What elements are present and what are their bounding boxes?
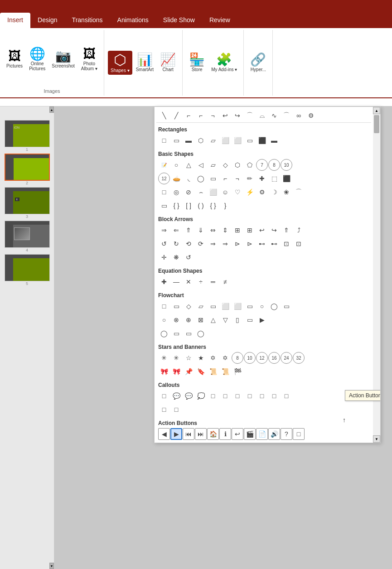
rect-4[interactable]: ⬡	[195, 135, 207, 146]
flow-20[interactable]: ▶	[256, 314, 268, 326]
action-end[interactable]: ⏭	[195, 428, 207, 440]
basic-15[interactable]: ◯	[195, 173, 207, 184]
online-pictures-button[interactable]: 🌐 OnlinePictures	[26, 46, 48, 73]
action-movie[interactable]: 🎬	[244, 428, 256, 440]
arrow-22[interactable]: ⊷	[268, 238, 280, 250]
pictures-button[interactable]: 🖼 Pictures	[4, 48, 25, 70]
line-shape-5[interactable]: ⌐	[207, 110, 219, 121]
smartart-button[interactable]: 📊 SmartArt	[133, 52, 156, 74]
arrow-3[interactable]: ⇑	[183, 224, 194, 236]
flow-3[interactable]: ◇	[183, 300, 194, 312]
basic-32[interactable]: ☽	[268, 186, 280, 198]
basic-23[interactable]: □	[158, 186, 170, 198]
flow-2[interactable]: ▭	[170, 300, 182, 312]
flow-13[interactable]: ⊗	[170, 314, 182, 326]
rect-6[interactable]: ⬜	[219, 135, 231, 146]
star-1[interactable]: ✳	[158, 352, 170, 364]
arrow-24[interactable]: ⊡	[293, 238, 305, 250]
tab-transitions[interactable]: Transitions	[65, 13, 110, 28]
rect-8[interactable]: ▭	[244, 135, 256, 146]
basic-30[interactable]: ⚡	[244, 186, 256, 198]
scroll-up-btn[interactable]: ▲	[373, 107, 380, 114]
star-18[interactable]: 📜	[219, 366, 231, 377]
action-sound[interactable]: 🔊	[268, 428, 280, 440]
arrow-4[interactable]: ⇓	[195, 224, 207, 236]
basic-10[interactable]: 8	[268, 159, 280, 171]
basic-24[interactable]: ◎	[170, 186, 182, 198]
callout-7[interactable]: □	[232, 390, 243, 402]
flow-6[interactable]: ⬜	[219, 300, 231, 312]
star-4[interactable]: ★	[195, 352, 207, 364]
line-shape-3[interactable]: ⌐	[183, 110, 194, 121]
callout-3[interactable]: 💬	[183, 390, 194, 402]
callout-12[interactable]: □	[158, 404, 170, 415]
chart-button[interactable]: 📈 Chart	[157, 52, 179, 74]
star-8[interactable]: 10	[244, 352, 256, 364]
rect-5[interactable]: ▱	[207, 135, 219, 146]
eq-1[interactable]: ✚	[158, 276, 170, 288]
basic-5[interactable]: ▱	[207, 159, 219, 171]
slide-thumb-2[interactable]: 2	[5, 154, 50, 185]
flow-8[interactable]: ▭	[244, 300, 256, 312]
basic-9[interactable]: 7	[256, 159, 268, 171]
rect-1[interactable]: □	[158, 135, 170, 146]
arrow-6[interactable]: ⇕	[219, 224, 231, 236]
slide-thumb-5[interactable]: 5	[5, 254, 50, 286]
basic-8[interactable]: ⬠	[244, 159, 256, 171]
basic-27[interactable]: ⬜	[207, 186, 219, 198]
rect-9[interactable]: ⬛	[256, 135, 268, 146]
hyperlink-button[interactable]: 🔗 Hyper...	[247, 52, 269, 74]
basic-12[interactable]: 12	[158, 173, 170, 184]
rect-7[interactable]: ⬜	[232, 135, 243, 146]
flow-21[interactable]: ◯	[158, 328, 170, 339]
action-help[interactable]: ?	[281, 428, 292, 440]
basic-31[interactable]: ⚙	[256, 186, 268, 198]
line-shape-4[interactable]: ⌐	[195, 110, 207, 121]
action-back[interactable]: ◀	[158, 428, 170, 440]
star-14[interactable]: 🎀	[170, 366, 182, 377]
basic-35[interactable]: ▭	[158, 200, 170, 212]
line-shape-12[interactable]: ∞	[293, 110, 305, 121]
flow-7[interactable]: ⬜	[232, 300, 243, 312]
tab-slideshow[interactable]: Slide Show	[156, 13, 202, 28]
flow-15[interactable]: ⊠	[195, 314, 207, 326]
star-6[interactable]: ✡	[219, 352, 231, 364]
arrow-8[interactable]: ⊞	[244, 224, 256, 236]
line-shape-8[interactable]: ⌒	[244, 110, 256, 121]
basic-28[interactable]: ☺	[219, 186, 231, 198]
basic-39[interactable]: { }	[207, 200, 219, 212]
rect-2[interactable]: ▭	[170, 135, 182, 146]
basic-37[interactable]: [ ]	[183, 200, 194, 212]
slide-panel-scroll-up[interactable]: ▲	[49, 106, 54, 113]
basic-17[interactable]: ⌐	[219, 173, 231, 184]
flow-22[interactable]: ▭	[170, 328, 182, 339]
star-2[interactable]: ✳	[170, 352, 182, 364]
callout-11[interactable]: □	[281, 390, 292, 402]
line-shape-11[interactable]: ⌒	[281, 110, 292, 121]
basic-13[interactable]: 🥧	[170, 173, 182, 184]
tab-design[interactable]: Design	[30, 13, 65, 28]
action-home[interactable]: 🏠	[207, 428, 219, 440]
arrow-17[interactable]: ⇒	[207, 238, 219, 250]
callout-1[interactable]: □	[158, 390, 170, 402]
action-doc[interactable]: 📄	[256, 428, 268, 440]
line-shape-13[interactable]: ⚙	[305, 110, 317, 121]
basic-25[interactable]: ⊘	[183, 186, 194, 198]
line-shape-7[interactable]: ↪	[232, 110, 243, 121]
basic-11[interactable]: 10	[281, 159, 292, 171]
arrow-2[interactable]: ⇐	[170, 224, 182, 236]
arrow-14[interactable]: ↻	[170, 238, 182, 250]
star-15[interactable]: 📌	[183, 366, 194, 377]
action-forward[interactable]: ▶	[170, 428, 182, 440]
arrow-12[interactable]: ⤴	[293, 224, 305, 236]
star-16[interactable]: 🔖	[195, 366, 207, 377]
arrow-7[interactable]: ⊞	[232, 224, 243, 236]
basic-7[interactable]: ⬡	[232, 159, 243, 171]
star-7[interactable]: 8	[232, 352, 243, 364]
arrow-5[interactable]: ⇔	[207, 224, 219, 236]
tab-insert[interactable]: Insert	[0, 13, 30, 28]
star-3[interactable]: ☆	[183, 352, 194, 364]
basic-14[interactable]: ◟	[183, 173, 194, 184]
eq-2[interactable]: —	[170, 276, 182, 288]
basic-6[interactable]: ◇	[219, 159, 231, 171]
